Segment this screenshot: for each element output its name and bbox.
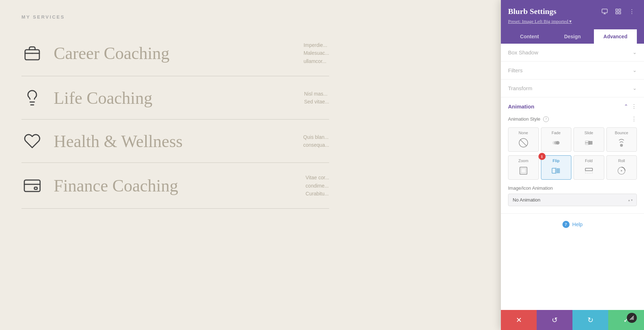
animation-style-label: Animation Style <box>508 116 540 122</box>
anim-fold-label: Fold <box>585 159 592 163</box>
cancel-button[interactable]: ✕ <box>501 310 537 330</box>
anim-roll[interactable]: Roll <box>606 155 637 180</box>
zoom-icon <box>518 165 529 176</box>
tab-content[interactable]: Content <box>508 29 551 44</box>
panel-body: Box Shadow ⌄ Filters ⌄ Transform ⌄ Anima… <box>501 44 644 310</box>
filters-title: Filters <box>508 67 523 73</box>
finance-text: Vitae cor...condime...Curabitu... <box>306 174 329 198</box>
animation-header[interactable]: Animation ⌃ ⋮ <box>501 97 644 116</box>
image-anim-row: Image/Icon Animation No Animation Fade S… <box>508 185 637 206</box>
box-shadow-chevron: ⌄ <box>633 49 637 55</box>
svg-rect-10 <box>619 9 621 11</box>
animation-content: Animation Style ? ⋮ None <box>501 116 644 213</box>
animation-grid: None Fade <box>508 127 637 152</box>
svg-rect-32 <box>585 168 592 171</box>
svg-rect-6 <box>602 9 608 13</box>
svg-rect-9 <box>616 9 618 11</box>
image-anim-label: Image/Icon Animation <box>508 185 637 191</box>
anim-bounce[interactable]: Bounce <box>606 127 637 152</box>
image-anim-select-wrapper: No Animation Fade Slide Bounce Zoom Flip… <box>508 194 637 206</box>
anim-none[interactable]: None <box>508 127 539 152</box>
life-title: Life Coaching <box>54 88 304 108</box>
svg-line-14 <box>520 140 527 146</box>
animation-grid-2: Zoom <box>508 155 637 180</box>
help-row: ? Help <box>501 214 644 235</box>
animation-three-dot[interactable]: ⋮ <box>631 116 637 122</box>
undo-button[interactable]: ↺ <box>537 310 572 330</box>
slide-icon <box>583 137 595 149</box>
fold-icon <box>583 165 595 176</box>
service-item-health: Health & Wellness Quis blan...consequa..… <box>21 120 329 163</box>
anim-flip-label: Flip <box>552 159 560 163</box>
roll-icon <box>616 165 627 176</box>
finance-title: Finance Coaching <box>54 176 306 195</box>
anim-roll-label: Roll <box>618 159 625 163</box>
svg-rect-19 <box>588 141 592 145</box>
anim-bounce-label: Bounce <box>615 131 628 135</box>
anim-slide[interactable]: Slide <box>574 127 604 152</box>
anim-slide-label: Slide <box>585 131 593 135</box>
animation-more-icon[interactable]: ⋮ <box>631 103 637 110</box>
panel-header-icons: ⋮ <box>600 6 637 16</box>
panel-preset: Preset: Image Left Big imported ▾ <box>508 19 637 24</box>
animation-title: Animation <box>508 103 534 110</box>
anim-fade-label: Fade <box>552 131 561 135</box>
anim-none-label: None <box>519 131 528 135</box>
service-item-career: Career Coaching Imperdie...Malesuac...ul… <box>21 30 329 76</box>
panel-tabs: Content Design Advanced <box>508 29 637 44</box>
help-link[interactable]: Help <box>572 222 583 227</box>
svg-rect-0 <box>25 50 39 60</box>
svg-rect-12 <box>619 12 621 14</box>
tab-design[interactable]: Design <box>551 29 594 44</box>
responsive-icon[interactable] <box>600 6 610 16</box>
image-anim-select[interactable]: No Animation Fade Slide Bounce Zoom Flip… <box>508 194 637 206</box>
panel-title: Blurb Settings <box>508 7 556 16</box>
service-item-finance: Finance Coaching Vitae cor...condime...C… <box>21 163 329 209</box>
anim-fold[interactable]: Fold <box>574 155 604 180</box>
svg-rect-5 <box>34 187 37 189</box>
filters-header[interactable]: Filters ⌄ <box>501 62 644 79</box>
wallet-icon <box>21 175 43 196</box>
animation-chevron: ⌃ <box>624 103 628 110</box>
service-item-life: Life Coaching Nisl mas...Sed vitae... <box>21 76 329 120</box>
section-label: MY SERVICES <box>21 14 329 20</box>
panel-header: Blurb Settings <box>501 0 644 44</box>
section-transform: Transform ⌄ <box>501 79 644 97</box>
svg-rect-11 <box>616 12 618 14</box>
fade-icon <box>550 137 562 149</box>
career-text: Imperdie...Malesuac...ullamcor... <box>303 41 329 65</box>
flip-icon <box>550 165 562 176</box>
redo-button[interactable]: ↻ <box>572 310 608 330</box>
svg-rect-28 <box>552 168 556 173</box>
anim-zoom[interactable]: Zoom <box>508 155 539 180</box>
svg-rect-4 <box>24 180 40 191</box>
health-text: Quis blan...consequa... <box>303 133 329 149</box>
anim-fade[interactable]: Fade <box>541 127 572 152</box>
svg-point-21 <box>620 144 623 147</box>
box-shadow-header[interactable]: Box Shadow ⌄ <box>501 44 644 61</box>
animation-style-row: Animation Style ? ⋮ <box>508 116 637 122</box>
health-title: Health & Wellness <box>54 131 303 151</box>
preset-link[interactable]: Preset: Image Left Big imported ▾ <box>508 19 572 24</box>
animation-help-icon[interactable]: ? <box>543 116 549 122</box>
section-animation: Animation ⌃ ⋮ Animation Style ? ⋮ None <box>501 97 644 214</box>
more-options-icon[interactable]: ⋮ <box>627 6 637 16</box>
help-circle-icon: ? <box>562 221 570 228</box>
svg-point-17 <box>554 141 558 145</box>
career-title: Career Coaching <box>54 43 303 63</box>
save-button[interactable]: ✓ <box>608 310 644 330</box>
heart-icon <box>21 130 43 152</box>
tab-advanced[interactable]: Advanced <box>594 29 637 44</box>
svg-point-35 <box>621 170 622 171</box>
anim-flip[interactable]: 1 Flip <box>541 155 572 180</box>
briefcase-icon <box>21 43 43 64</box>
section-box-shadow: Box Shadow ⌄ <box>501 44 644 62</box>
transform-title: Transform <box>508 85 532 91</box>
grid-icon[interactable] <box>613 6 623 16</box>
section-filters: Filters ⌄ <box>501 62 644 79</box>
bounce-icon <box>616 137 627 149</box>
transform-chevron: ⌄ <box>633 85 637 91</box>
resize-handle[interactable] <box>627 313 637 323</box>
transform-header[interactable]: Transform ⌄ <box>501 79 644 97</box>
life-text: Nisl mas...Sed vitae... <box>304 90 329 106</box>
